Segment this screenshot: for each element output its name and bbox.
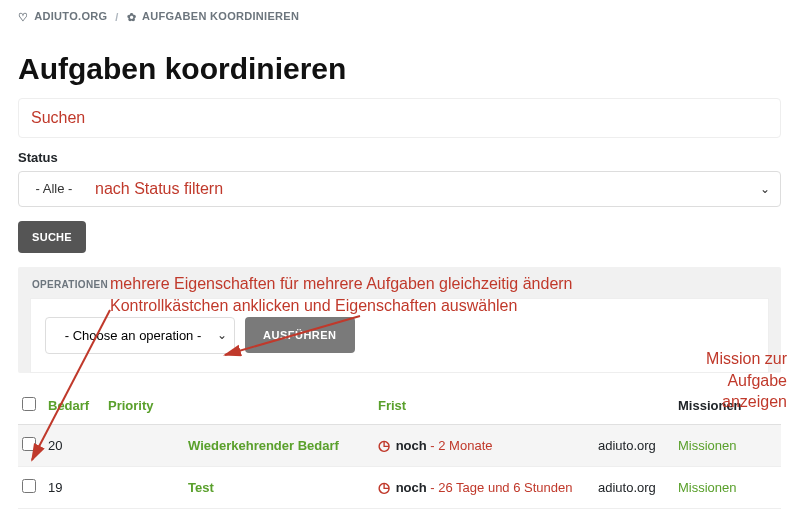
cell-priority: [104, 424, 184, 466]
task-title-link[interactable]: Wiederkehrender Bedarf: [188, 438, 339, 453]
cell-frist: ◷ noch - 26 Tage und 6 Stunden: [374, 466, 594, 508]
task-title-link[interactable]: Test: [188, 480, 214, 495]
col-frist[interactable]: Frist: [374, 387, 594, 425]
annotation-status-filter: nach Status filtern: [95, 180, 223, 198]
cell-frist: ◷ noch - 2 Monate: [374, 424, 594, 466]
table-row: 20 Wiederkehrender Bedarf ◷ noch - 2 Mon…: [18, 424, 781, 466]
col-source: [594, 387, 674, 425]
select-all-checkbox[interactable]: [22, 397, 36, 411]
operation-select[interactable]: - Choose an operation -: [45, 317, 235, 354]
heart-icon: ♡: [18, 11, 28, 24]
tasks-table: Bedarf Priority Frist Missionen 20 Wiede…: [18, 387, 781, 509]
status-select-row: - Alle - nach Status filtern ⌄: [18, 171, 781, 207]
search-input-wrap[interactable]: Suchen: [18, 98, 781, 138]
operations-panel-label: OPERATIONEN: [18, 267, 781, 298]
search-button[interactable]: SUCHE: [18, 221, 86, 253]
operations-panel: OPERATIONEN - Choose an operation - ⌄ AU…: [18, 267, 781, 373]
table-row: 19 Test ◷ noch - 26 Tage und 6 Stunden a…: [18, 466, 781, 508]
status-select[interactable]: - Alle -: [19, 173, 89, 204]
operations-body: - Choose an operation - ⌄ AUSFÜHREN: [30, 298, 769, 373]
cell-source: adiuto.org: [594, 424, 674, 466]
annotation-search: Suchen: [31, 109, 85, 126]
breadcrumb-home[interactable]: ♡ ADIUTO.ORG: [18, 10, 107, 24]
cell-bedarf: 20: [44, 424, 104, 466]
gear-icon: ✿: [127, 11, 136, 24]
clock-icon: ◷: [378, 437, 390, 453]
execute-button[interactable]: AUSFÜHREN: [245, 317, 355, 353]
breadcrumb-current: ✿ AUFGABEN KOORDINIEREN: [127, 10, 300, 24]
col-missionen: Missionen: [674, 387, 781, 425]
col-priority[interactable]: Priority: [104, 387, 184, 425]
col-bedarf[interactable]: Bedarf: [44, 387, 104, 425]
status-label: Status: [18, 150, 781, 165]
mission-link[interactable]: Missionen: [678, 438, 737, 453]
chevron-down-icon: ⌄: [760, 182, 770, 196]
cell-source: adiuto.org: [594, 466, 674, 508]
clock-icon: ◷: [378, 479, 390, 495]
breadcrumb-site-label: ADIUTO.ORG: [34, 10, 107, 22]
breadcrumb: ♡ ADIUTO.ORG / ✿ AUFGABEN KOORDINIEREN: [0, 0, 799, 34]
mission-link[interactable]: Missionen: [678, 480, 737, 495]
row-checkbox[interactable]: [22, 437, 36, 451]
row-checkbox[interactable]: [22, 479, 36, 493]
table-header-row: Bedarf Priority Frist Missionen: [18, 387, 781, 425]
cell-bedarf: 19: [44, 466, 104, 508]
breadcrumb-page-label: AUFGABEN KOORDINIEREN: [142, 10, 299, 22]
page-title: Aufgaben koordinieren: [0, 34, 799, 98]
breadcrumb-sep: /: [115, 11, 118, 23]
col-title: [184, 387, 374, 425]
cell-priority: [104, 466, 184, 508]
